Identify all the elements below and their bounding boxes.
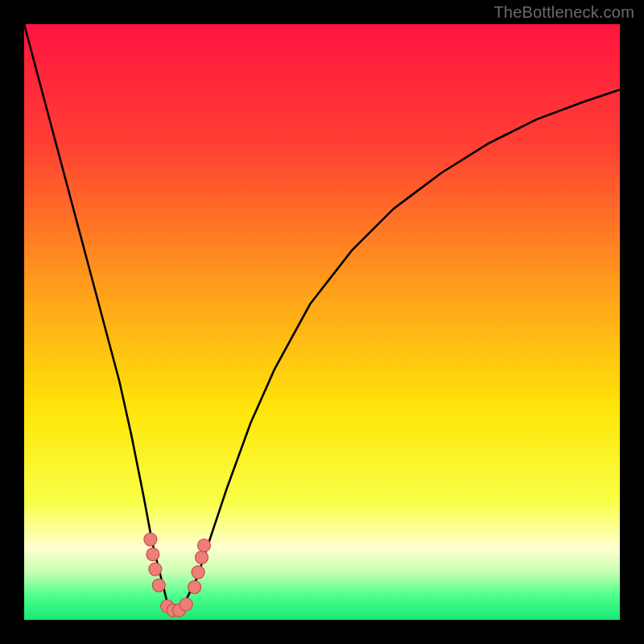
curve-marker: [192, 566, 204, 579]
gradient-background: [24, 24, 620, 620]
curve-marker: [147, 548, 159, 561]
chart-svg: [24, 24, 620, 620]
curve-marker: [144, 533, 157, 546]
chart-frame: TheBottleneck.com: [0, 0, 644, 644]
curve-marker: [149, 563, 162, 576]
curve-marker: [152, 579, 165, 592]
curve-marker: [197, 539, 210, 552]
watermark-text: TheBottleneck.com: [493, 3, 634, 22]
curve-marker: [196, 551, 208, 564]
curve-marker: [180, 598, 192, 611]
plot-area: [24, 24, 620, 620]
curve-marker: [188, 580, 201, 593]
